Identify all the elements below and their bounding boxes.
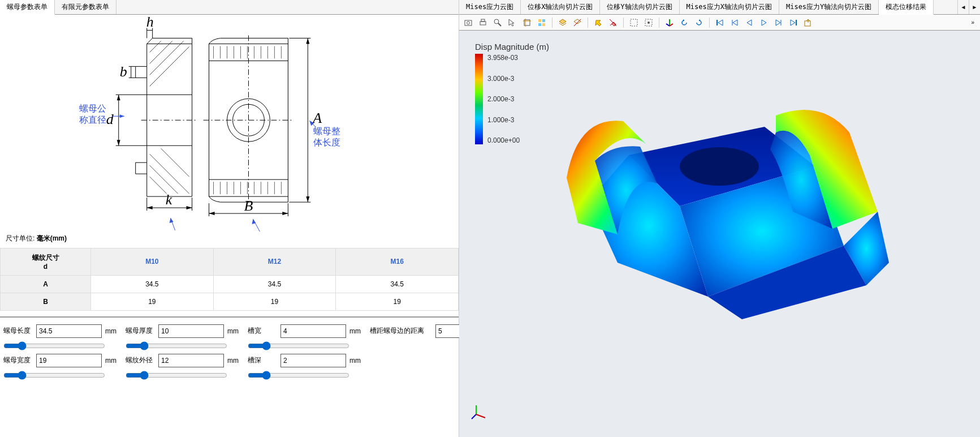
axis-icon[interactable] (663, 16, 676, 29)
svg-line-67 (498, 23, 501, 26)
play-fwd-icon[interactable] (772, 16, 785, 29)
cell: 34.5 (91, 275, 214, 293)
row-A-label: A (1, 275, 91, 293)
rotate-right-icon[interactable] (692, 16, 706, 29)
export-icon[interactable] (801, 16, 815, 29)
marquee-icon[interactable] (627, 16, 641, 29)
svg-rect-72 (542, 19, 545, 22)
param-label: 螺纹外径 (126, 355, 155, 365)
tab-disp-y[interactable]: 位移Y轴法向切片云图 (600, 0, 679, 14)
param-input-4[interactable] (36, 354, 102, 367)
param-input-1[interactable] (158, 324, 224, 338)
svg-point-66 (494, 19, 499, 24)
param-label: 槽深 (248, 355, 277, 365)
legend-title: Disp Magnitude (m) (475, 42, 549, 52)
viewer-3d[interactable]: Disp Magnitude (m) 3.958e-03 3.000e-3 2.… (459, 31, 980, 437)
svg-rect-65 (481, 19, 485, 22)
table-col-m16: M16 (336, 248, 459, 275)
tab-modal-disp[interactable]: 模态位移结果 (879, 0, 934, 15)
viewer-toolbar: » (459, 15, 980, 31)
svg-point-63 (467, 22, 470, 24)
crop-icon[interactable] (520, 16, 534, 29)
svg-line-5 (150, 41, 184, 75)
layer-off-icon[interactable] (571, 16, 584, 29)
print-icon[interactable] (476, 16, 490, 29)
tab-nut-params[interactable]: 螺母参数表单 (0, 0, 55, 15)
dim-A: A (312, 110, 322, 126)
param-input-0[interactable] (36, 324, 102, 338)
legend-val: 0.000e+00 (487, 136, 520, 144)
anno-diameter-2: 称直径 (79, 115, 106, 125)
param-input-6[interactable] (280, 354, 346, 367)
svg-rect-64 (480, 22, 486, 25)
fea-model (527, 93, 895, 331)
legend-val: 3.958e-03 (487, 54, 520, 62)
dim-k: k (166, 191, 172, 208)
svg-point-88 (680, 147, 759, 186)
dim-B: B (244, 198, 253, 214)
param-slider-4[interactable] (3, 371, 105, 380)
param-unit: mm (227, 357, 239, 365)
param-label: 螺母长度 (3, 326, 33, 336)
play-end-icon[interactable] (787, 16, 800, 29)
zoom-icon[interactable] (491, 16, 504, 29)
tab-scroll-right-icon[interactable]: ► (969, 0, 980, 14)
param-unit: mm (349, 357, 361, 365)
play-back-icon[interactable] (742, 16, 756, 29)
param-slider-0[interactable] (3, 341, 105, 350)
select-icon[interactable] (506, 16, 519, 29)
param-slider-2[interactable] (248, 341, 349, 350)
rotate-left-icon[interactable] (677, 16, 691, 29)
right-tab-bar: Mises应力云图 位移X轴法向切片云图 位移Y轴法向切片云图 Mises应力X… (459, 0, 980, 15)
grid-icon[interactable] (535, 16, 549, 29)
erase-icon[interactable] (606, 16, 620, 29)
svg-line-8 (150, 165, 178, 194)
svg-line-7 (150, 154, 189, 194)
param-slider-1[interactable] (126, 341, 227, 350)
tab-mises-x[interactable]: Mises应力X轴法向切片云图 (680, 0, 779, 14)
highlight-icon[interactable] (592, 16, 605, 29)
tab-fem-params[interactable]: 有限元参数表单 (55, 0, 116, 14)
legend-val: 1.000e-3 (487, 116, 520, 124)
play-icon[interactable] (757, 16, 771, 29)
param-slider-5[interactable] (126, 371, 227, 380)
legend-val: 3.000e-3 (487, 75, 520, 83)
camera-icon[interactable] (461, 16, 475, 29)
axis-triad-icon (470, 403, 487, 420)
unit-label: 尺寸单位: (6, 234, 34, 242)
svg-line-4 (150, 41, 172, 63)
svg-rect-73 (538, 23, 541, 26)
tab-mises-y[interactable]: Mises应力Y轴法向切片云图 (779, 0, 879, 14)
sizes-table: 螺纹尺寸 d M10 M12 M16 A 34.5 34.5 34.5 B 19… (0, 248, 459, 311)
row-B-label: B (1, 293, 91, 310)
tab-disp-x[interactable]: 位移X轴法向切片云图 (521, 0, 600, 14)
play-prev-icon[interactable] (728, 16, 741, 29)
legend-val: 2.000e-3 (487, 95, 520, 103)
tab-scroll-left-icon[interactable]: ◄ (957, 0, 969, 14)
layer-icon[interactable] (556, 16, 569, 29)
cell: 34.5 (213, 275, 336, 293)
anno-length-1: 螺母整 (313, 126, 340, 136)
anno-diameter-1: 螺母公 (79, 104, 106, 113)
params-area: 螺母长度mm螺母厚度mm槽宽mm槽距螺母边的距离mm螺母宽度mm螺纹外径mm槽深… (0, 316, 459, 385)
cell: 19 (336, 293, 459, 310)
tab-mises[interactable]: Mises应力云图 (459, 0, 521, 14)
svg-rect-86 (796, 20, 797, 25)
svg-line-3 (150, 41, 161, 52)
play-start-icon[interactable] (713, 16, 727, 29)
param-unit: mm (349, 327, 361, 335)
table-col-m12: M12 (213, 248, 336, 275)
svg-rect-77 (631, 19, 637, 26)
svg-rect-87 (805, 21, 810, 26)
param-input-5[interactable] (158, 354, 224, 367)
param-slider-6[interactable] (248, 371, 349, 380)
toolbar-overflow-icon[interactable]: » (968, 19, 978, 25)
svg-rect-74 (542, 23, 545, 26)
legend-gradient (475, 54, 483, 144)
unit-row: 尺寸单位: 毫米(mm) (0, 232, 459, 246)
select-all-icon[interactable] (642, 16, 655, 29)
table-col-m10: M10 (91, 248, 214, 275)
param-input-2[interactable] (280, 324, 346, 338)
svg-line-75 (574, 19, 581, 26)
svg-point-79 (647, 22, 650, 24)
